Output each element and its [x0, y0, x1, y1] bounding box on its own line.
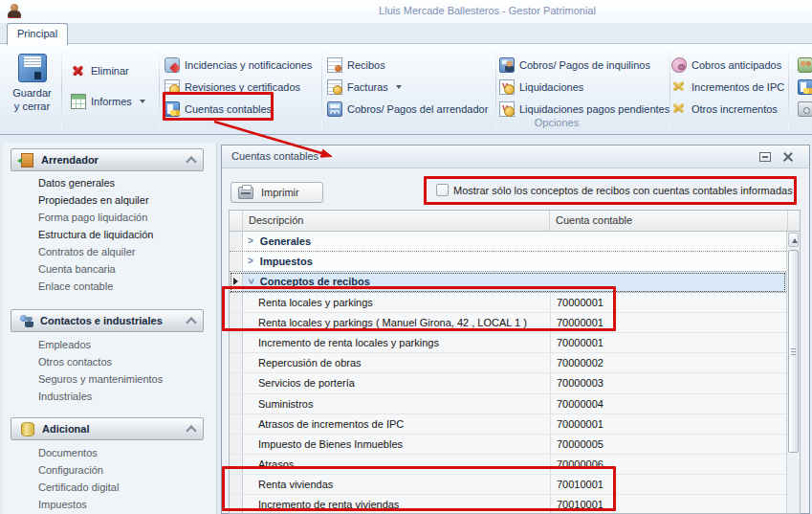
- table-row[interactable]: Renta locales y parkings ( Manuel Girona…: [230, 313, 786, 333]
- row-selector-cell: [230, 394, 243, 413]
- collapse-arrow-icon[interactable]: >: [246, 279, 255, 285]
- eliminar-button[interactable]: Eliminar: [71, 62, 129, 79]
- cell-cuenta-contable: 70010001: [550, 495, 786, 513]
- cell-descripcion: Impuesto de Bienes Inmuebles: [243, 435, 550, 454]
- incrementos-de-ipc-button[interactable]: Incrementos de IPC: [671, 78, 784, 96]
- panel-restore-button[interactable]: [759, 152, 771, 162]
- sidebar-section-arrendador[interactable]: Arrendador: [11, 148, 204, 171]
- column-header-cuenta-contable[interactable]: Cuenta contable: [550, 211, 788, 231]
- sidebar-item-seguros-y-mantenimientos[interactable]: Seguros y mantenimientos: [3, 370, 213, 388]
- safe-button[interactable]: [798, 101, 812, 118]
- cell-cuenta-contable: 70000005: [550, 435, 786, 454]
- panel-close-icon[interactable]: [782, 152, 794, 162]
- row-selector-cell: [230, 435, 243, 454]
- table-row[interactable]: Servicios de portería70000003: [230, 373, 786, 393]
- cobros-pagos-del-arrendador-button[interactable]: Cobros/ Pagos del arrendador: [327, 101, 488, 118]
- revisiones-icon: [165, 79, 180, 95]
- table-row[interactable]: Suministros70000004: [230, 394, 786, 414]
- filter-checkbox[interactable]: [436, 184, 449, 196]
- ribbon-separator: [495, 49, 496, 129]
- sidebar-item-enlace-contable[interactable]: Enlace contable: [3, 278, 213, 295]
- table-header: Descripción Cuenta contable: [230, 211, 800, 232]
- row-selector-cell: [230, 293, 243, 312]
- sidebar-section-title: Contactos e industriales: [40, 315, 182, 326]
- table-body: >Generales>Impuestos>Conceptos de recibo…: [230, 232, 786, 513]
- save-label-line2: y cerrar: [14, 101, 50, 112]
- sidebar-item-impuestos[interactable]: Impuestos: [3, 496, 213, 513]
- group-label: Conceptos de recibos: [260, 276, 370, 287]
- table-row[interactable]: Repercusión de obras70000002: [230, 353, 786, 373]
- recibos-button[interactable]: Recibos: [327, 56, 385, 74]
- sidebar-item-empleados[interactable]: Empleados: [3, 336, 213, 353]
- dropdown-caret-icon: [396, 85, 402, 89]
- cell-cuenta-contable: 70000001: [550, 333, 786, 352]
- otros-incrementos-label: Otros incrementos: [691, 103, 778, 115]
- save-icon: [18, 54, 47, 82]
- revisiones-y-certificados-label: Revisiones y certificados: [185, 81, 300, 93]
- incidencias-y-notificaciones-button[interactable]: Incidencias y notificaciones: [165, 56, 312, 74]
- vertical-scrollbar[interactable]: [786, 232, 800, 513]
- filter-checkbox-row: Mostrar sólo los conceptos de recibos co…: [436, 184, 793, 196]
- revisiones-y-certificados-button[interactable]: Revisiones y certificados: [165, 78, 300, 96]
- group-cell: >Conceptos de recibos: [243, 272, 786, 291]
- sidebar-item-propiedades-en-alquiler[interactable]: Propiedades en alquiler: [3, 191, 213, 209]
- sidebar-item-industriales[interactable]: Industriales: [3, 388, 213, 405]
- sidebar-item-otros-contactos[interactable]: Otros contactos: [3, 353, 213, 370]
- sidebar-item-forma-pago-liquidacion[interactable]: Forma pago liquidación: [3, 209, 213, 226]
- sidebar-item-contratos-de-alquiler[interactable]: Contratos de alquiler: [3, 243, 213, 260]
- table-row[interactable]: Impuesto de Bienes Inmuebles70000005: [230, 435, 786, 455]
- sidebar-item-estructura-de-liquidacion[interactable]: Estructura de liquidación: [3, 226, 213, 243]
- current-row-marker-icon: [233, 278, 238, 285]
- table-row[interactable]: Renta viviendas70010001: [230, 475, 786, 495]
- group-row-impuestos[interactable]: >Impuestos: [230, 252, 786, 272]
- scroll-up-arrow-icon[interactable]: [788, 233, 799, 247]
- cell-descripcion: Atrasos de incrementos de IPC: [243, 414, 550, 434]
- book-coins-button[interactable]: [798, 78, 812, 96]
- sidebar-items: DocumentosConfiguraciónCertificado digit…: [3, 444, 213, 513]
- cell-descripcion: Atrasos: [243, 455, 550, 474]
- table-row[interactable]: Atrasos70000006: [230, 455, 786, 475]
- scrollbar-thumb[interactable]: [788, 250, 799, 453]
- agreement-button[interactable]: [798, 56, 812, 74]
- informes-label: Informes: [91, 96, 132, 107]
- sidebar-item-datos-generales[interactable]: Datos generales: [3, 174, 213, 191]
- cobros-pagos-de-inquilinos-button[interactable]: Cobros/ Pagos de inquilinos: [499, 56, 650, 74]
- otros-incrementos-button[interactable]: Otros incrementos: [671, 101, 778, 118]
- group-row-conceptos-de-recibos[interactable]: >Conceptos de recibos: [230, 272, 786, 292]
- ipc-keys-icon: [671, 101, 687, 117]
- group-row-generales[interactable]: >Generales: [230, 232, 786, 252]
- sidebar-section-adicional[interactable]: Adicional: [11, 417, 204, 440]
- sidebar-item-configuracion[interactable]: Configuración: [3, 461, 213, 479]
- imprimir-label: Imprimir: [261, 187, 299, 198]
- imprimir-button[interactable]: Imprimir: [230, 182, 323, 203]
- printer-icon: [238, 187, 253, 199]
- reports-icon: [71, 94, 86, 109]
- expand-arrow-icon[interactable]: >: [248, 257, 253, 266]
- tab-principal[interactable]: Principal: [7, 23, 68, 45]
- liquidaciones-button[interactable]: Liquidaciones: [499, 78, 583, 96]
- sidebar-item-cuenta-bancaria[interactable]: Cuenta bancaria: [3, 260, 213, 278]
- table-row[interactable]: Renta locales y parkings70000001: [230, 293, 786, 313]
- sidebar-item-certificado-digital[interactable]: Certificado digital: [3, 479, 213, 496]
- table-row[interactable]: Atrasos de incrementos de IPC70000001: [230, 414, 786, 435]
- expand-arrow-icon[interactable]: >: [248, 236, 253, 246]
- selector-column-header: [230, 211, 243, 231]
- table-row[interactable]: Incremento de renta viviendas70010001: [230, 495, 786, 513]
- guardar-y-cerrar-button[interactable]: Guardary cerrar: [6, 49, 58, 130]
- liquidaciones-pagos-pendientes-button[interactable]: Liquidaciones pagos pendientes: [499, 101, 669, 118]
- cuentas-contables-button[interactable]: Cuentas contables: [165, 101, 272, 118]
- sidebar-section-contactos-e-industriales[interactable]: Contactos e industriales: [11, 309, 204, 332]
- cobros-anticipados-button[interactable]: Cobros anticipados: [671, 56, 781, 74]
- agreement-icon: [798, 57, 812, 73]
- liquidaciones-pagos-pendientes-label: Liquidaciones pagos pendientes: [519, 103, 669, 115]
- table-row[interactable]: Incremento de renta locales y parkings70…: [230, 333, 786, 353]
- sidebar-item-documentos[interactable]: Documentos: [3, 444, 213, 461]
- door-icon: [21, 153, 33, 168]
- row-selector-cell: [230, 252, 243, 271]
- column-header-descripcion[interactable]: Descripción: [243, 211, 550, 231]
- ribbon-separator: [321, 49, 322, 129]
- facturas-button[interactable]: Facturas: [327, 78, 402, 96]
- window-title: Lluis Mercade Ballesteros - Gestor Patri…: [163, 5, 812, 16]
- informes-button[interactable]: Informes: [71, 93, 145, 110]
- people-icon: [19, 314, 34, 327]
